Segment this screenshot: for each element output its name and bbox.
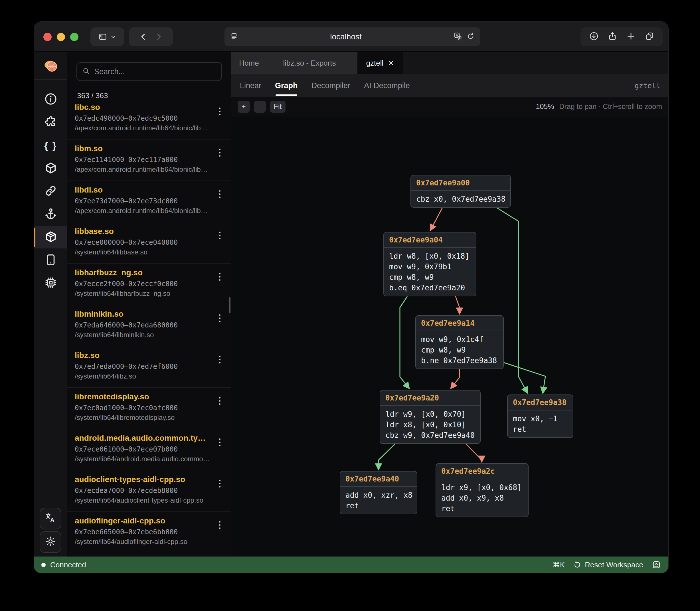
item-menu-button[interactable]: [215, 312, 224, 324]
rail-item-braces[interactable]: { }: [34, 134, 67, 157]
library-name: libbase.so: [75, 227, 209, 236]
rail-item-unity-cube[interactable]: [34, 158, 67, 180]
browser-window: localhost A: [34, 21, 669, 573]
library-name: libz.so: [75, 351, 209, 360]
node-address: 0x7ed7ee9a00: [411, 176, 510, 191]
item-menu-button[interactable]: [215, 394, 224, 407]
zoom-window-button[interactable]: [70, 33, 78, 41]
item-menu-button[interactable]: [215, 519, 224, 531]
library-path: /system/lib64/libz.so: [75, 372, 224, 380]
view-tab-graph[interactable]: Graph: [275, 74, 298, 97]
library-item[interactable]: libharfbuzz_ng.so0x7ecce2f000–0x7eccf0c0…: [67, 264, 231, 305]
function-name-label: gztell: [635, 81, 668, 90]
address-bar[interactable]: localhost A: [224, 27, 480, 46]
url-text: localhost: [238, 32, 453, 41]
item-menu-button[interactable]: [215, 436, 224, 448]
library-item[interactable]: libc.so0x7edc498000–0x7edc9c5000/apex/co…: [67, 104, 231, 139]
search-field[interactable]: [76, 62, 222, 81]
downloads-button[interactable]: [589, 31, 599, 42]
rail-item-link[interactable]: [34, 180, 67, 203]
library-name: android.media.audio.common.ty…: [75, 434, 209, 443]
close-window-button[interactable]: [43, 33, 51, 41]
browser-titlebar: localhost A: [34, 22, 668, 51]
library-item[interactable]: libminikin.so0x7eda646000–0x7eda680000/s…: [67, 305, 231, 346]
library-item[interactable]: libz.so0x7ed7eda000–0x7ed7ef6000/system/…: [67, 346, 231, 388]
back-button[interactable]: [139, 32, 148, 41]
tab-libz-so-exports[interactable]: libz.so - Exports: [267, 52, 352, 74]
new-tab-button[interactable]: [626, 31, 636, 42]
graph-node[interactable]: 0x7ed7ee9a04ldr w8, [x0, 0x18] mov w9, 0…: [383, 232, 476, 296]
rail-item-device[interactable]: [34, 249, 67, 271]
library-address-range: 0x7ed7eda000–0x7ed7ef6000: [75, 362, 224, 371]
translate-app-button[interactable]: A: [40, 508, 61, 530]
device-icon: [44, 253, 57, 268]
theme-toggle-button[interactable]: [40, 531, 61, 553]
translate-icon[interactable]: A: [453, 32, 462, 42]
sidebar-toggle-button[interactable]: [90, 27, 124, 46]
tab-overview-button[interactable]: [645, 31, 654, 42]
zoom-in-button[interactable]: +: [238, 101, 250, 113]
tab-home[interactable]: Home: [231, 52, 267, 74]
graph-node[interactable]: 0x7ed7ee9a38mov x0, −1 ret: [507, 394, 574, 438]
command-palette-shortcut[interactable]: ⌘K: [552, 561, 565, 569]
library-item[interactable]: libremotedisplay.so0x7ec0ad1000–0x7ec0af…: [67, 388, 231, 429]
rail-item-anchor[interactable]: [34, 203, 67, 226]
library-item[interactable]: libm.so0x7ec1141000–0x7ec117a000/apex/co…: [67, 139, 231, 181]
item-menu-button[interactable]: [215, 229, 224, 242]
graph-node[interactable]: 0x7ed7ee9a14mov w9, 0x1c4f cmp w8, w9 b.…: [415, 315, 504, 369]
zoom-out-button[interactable]: -: [254, 101, 266, 113]
reader-icon[interactable]: [230, 32, 238, 41]
node-instructions: ldr x9, [x0, 0x68] add x0, x9, x8 ret: [436, 479, 528, 517]
item-menu-button[interactable]: [215, 353, 224, 366]
rail-item-package[interactable]: [34, 226, 67, 249]
item-menu-button[interactable]: [215, 146, 224, 159]
close-tab-icon[interactable]: [388, 60, 394, 66]
minimize-window-button[interactable]: [57, 33, 65, 41]
rail-item-info[interactable]: [34, 88, 67, 111]
grapefruit-logo: [34, 56, 67, 76]
view-tab-linear[interactable]: Linear: [240, 74, 261, 97]
library-sidebar: 363 / 363 libc.so0x7edc498000–0x7edc9c50…: [67, 52, 231, 556]
tab-gztell[interactable]: gztell: [357, 52, 403, 74]
forward-button[interactable]: [154, 32, 163, 41]
reset-workspace-label: Reset Workspace: [585, 561, 643, 569]
reset-workspace-button[interactable]: Reset Workspace: [574, 561, 643, 569]
rail-item-puzzle[interactable]: [34, 111, 67, 134]
nav-button-group: [129, 27, 173, 46]
library-name: libminikin.so: [75, 310, 209, 318]
node-address: 0x7ed7ee9a40: [340, 472, 417, 487]
item-menu-button[interactable]: [215, 105, 224, 118]
library-path: /system/lib64/audioflinger-aidl-cpp.so: [75, 538, 224, 546]
library-address-range: 0x7ee73d7000–0x7ee73dc000: [75, 197, 224, 205]
library-name: libharfbuzz_ng.so: [75, 268, 209, 277]
library-path: /apex/com.android.runtime/lib64/bionic/l…: [75, 207, 224, 215]
reload-icon[interactable]: [467, 32, 475, 41]
graph-node[interactable]: 0x7ed7ee9a00cbz x0, 0x7ed7ee9a38: [411, 175, 511, 208]
item-menu-button[interactable]: [215, 188, 224, 200]
search-input[interactable]: [94, 67, 216, 76]
graph-node[interactable]: 0x7ed7ee9a40add x0, xzr, x8 ret: [340, 471, 417, 514]
library-item[interactable]: libdl.so0x7ee73d7000–0x7ee73dc000/apex/c…: [67, 181, 231, 222]
library-item[interactable]: libbase.so0x7ece000000–0x7ece040000/syst…: [67, 222, 231, 264]
connection-dot-icon: [41, 563, 46, 567]
sidebar-scrollbar-thumb[interactable]: [229, 297, 230, 313]
library-item[interactable]: audioflinger-aidl-cpp.so0x7ebe665000–0x7…: [67, 512, 231, 553]
library-address-range: 0x7ece061000–0x7ece07b000: [75, 445, 224, 453]
view-tab-decompiler[interactable]: Decompiler: [312, 74, 351, 97]
library-item[interactable]: audioclient-types-aidl-cpp.so0x7ecdea700…: [67, 471, 231, 512]
graph-node[interactable]: 0x7ed7ee9a2cldr x9, [x0, 0x68] add x0, x…: [435, 463, 528, 517]
rail-item-chip[interactable]: [34, 272, 67, 294]
panel-toggle-icon[interactable]: [652, 560, 661, 569]
svg-text:A: A: [50, 517, 55, 524]
view-tab-ai-decompile[interactable]: AI Decompile: [364, 74, 410, 97]
item-menu-button[interactable]: [215, 477, 224, 490]
share-button[interactable]: [608, 31, 617, 42]
view-mode-tabbar: LinearGraphDecompilerAI Decompile gztell: [231, 74, 668, 97]
tab-label: Home: [239, 59, 259, 68]
svg-text:A: A: [456, 34, 458, 38]
chevron-down-icon: [110, 34, 116, 40]
library-item[interactable]: android.media.audio.common.ty…0x7ece0610…: [67, 429, 231, 471]
item-menu-button[interactable]: [215, 270, 224, 283]
graph-node[interactable]: 0x7ed7ee9a20ldr w9, [x0, 0x70] ldr x8, […: [380, 390, 481, 444]
fit-button[interactable]: Fit: [270, 101, 286, 113]
